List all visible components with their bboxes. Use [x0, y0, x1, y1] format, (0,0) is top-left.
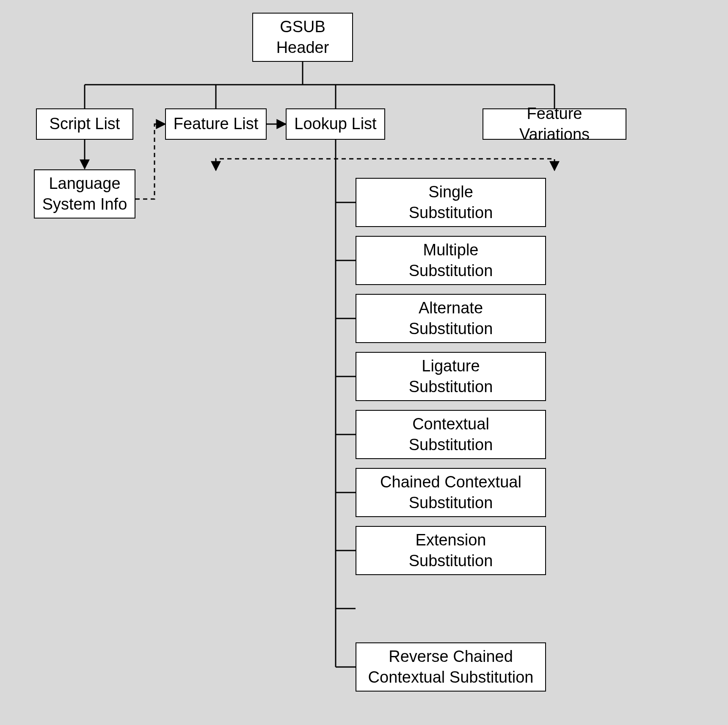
lookup-type-label: Reverse ChainedContextual Substitution: [368, 646, 534, 688]
lookup-type-box: ContextualSubstitution: [356, 410, 546, 459]
lookup-type-box: ExtensionSubstitution: [356, 526, 546, 575]
feature-variations-box: Feature Variations: [483, 108, 626, 140]
lookup-type-label: LigatureSubstitution: [409, 356, 493, 398]
lookup-type-label: MultipleSubstitution: [409, 240, 493, 282]
lookup-type-label: Chained ContextualSubstitution: [380, 472, 521, 514]
feature-list-label: Feature List: [174, 113, 259, 134]
lookup-type-label: ContextualSubstitution: [409, 414, 493, 456]
language-system-info-label: LanguageSystem Info: [42, 173, 127, 215]
gsub-header-label: GSUBHeader: [276, 17, 329, 58]
lookup-type-box: AlternateSubstitution: [356, 294, 546, 343]
lookup-list-box: Lookup List: [286, 108, 385, 140]
lookup-type-box: Chained ContextualSubstitution: [356, 468, 546, 517]
lookup-type-box: LigatureSubstitution: [356, 352, 546, 401]
lookup-type-label: ExtensionSubstitution: [409, 530, 493, 572]
lookup-type-box: Reverse ChainedContextual Substitution: [356, 642, 546, 692]
lookup-type-label: AlternateSubstitution: [409, 298, 493, 340]
feature-list-box: Feature List: [165, 108, 267, 140]
language-system-info-box: LanguageSystem Info: [34, 169, 135, 219]
feature-variations-label: Feature Variations: [490, 103, 619, 145]
gsub-header-box: GSUBHeader: [252, 13, 353, 62]
lookup-list-label: Lookup List: [294, 113, 376, 134]
lookup-type-box: MultipleSubstitution: [356, 236, 546, 285]
lookup-type-label: SingleSubstitution: [409, 182, 493, 224]
lookup-type-box: SingleSubstitution: [356, 178, 546, 227]
script-list-box: Script List: [36, 108, 133, 140]
script-list-label: Script List: [50, 113, 120, 134]
